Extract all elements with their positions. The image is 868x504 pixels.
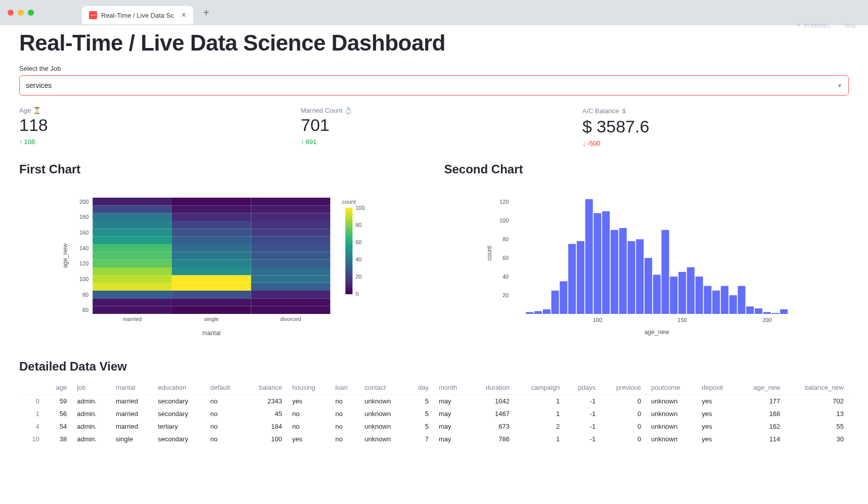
svg-rect-135	[695, 277, 703, 314]
data-table[interactable]: agejobmaritaleducationdefaultbalancehous…	[19, 381, 849, 445]
table-header-cell[interactable]: job	[72, 381, 111, 395]
table-cell: 0	[601, 395, 646, 408]
table-cell: 786	[471, 433, 515, 445]
table-cell: may	[434, 395, 471, 408]
svg-rect-17	[251, 267, 331, 275]
window-maximize-icon[interactable]	[28, 10, 34, 16]
svg-rect-145	[780, 309, 788, 314]
table-cell: married	[111, 395, 153, 408]
table-header-cell[interactable]: contact	[359, 381, 407, 395]
table-cell: may	[434, 420, 471, 433]
svg-rect-142	[754, 308, 762, 314]
stop-button[interactable]: Stop	[844, 23, 856, 29]
table-row[interactable]: 1038admin.singlesecondaryno100yesnounkno…	[19, 433, 849, 445]
table-cell: yes	[697, 407, 737, 420]
table-cell: 114	[738, 433, 786, 445]
svg-rect-132	[670, 277, 677, 314]
table-header-cell[interactable]: duration	[471, 381, 515, 395]
table-header-cell[interactable]: day	[407, 381, 434, 395]
svg-rect-137	[712, 291, 720, 314]
svg-text:0: 0	[355, 291, 358, 297]
svg-rect-138	[720, 286, 728, 314]
table-header-cell[interactable]: age	[44, 381, 72, 395]
svg-rect-118	[551, 291, 559, 314]
tab-close-icon[interactable]: ×	[181, 11, 186, 20]
table-header-cell[interactable]: previous	[601, 381, 646, 395]
table-cell: 56	[44, 407, 72, 420]
table-cell: 4	[19, 420, 44, 433]
metric-value: 701	[301, 115, 567, 135]
table-row[interactable]: 454admin.marriedtertiaryno184nonounknown…	[19, 420, 849, 433]
table-cell: 7	[407, 433, 434, 445]
table-header-cell[interactable]: loan	[330, 381, 359, 395]
browser-tab[interactable]: 〰 Real-Time / Live Data Sc ×	[82, 6, 193, 24]
table-cell: no	[287, 407, 330, 420]
svg-rect-131	[661, 230, 669, 314]
svg-text:100: 100	[499, 217, 508, 223]
table-header-cell[interactable]: marital	[111, 381, 153, 395]
svg-rect-144	[771, 313, 779, 314]
window-close-icon[interactable]	[8, 10, 14, 16]
job-select-input[interactable]	[26, 81, 837, 89]
svg-rect-29	[251, 237, 331, 244]
svg-text:200: 200	[79, 199, 88, 205]
table-header-cell[interactable]: housing	[287, 381, 330, 395]
table-cell: 55	[785, 420, 849, 433]
table-title: Detailed Data View	[19, 359, 849, 374]
table-header-cell[interactable]: pdays	[565, 381, 601, 395]
svg-rect-33	[93, 221, 172, 228]
svg-rect-8	[251, 291, 331, 298]
table-cell: married	[111, 420, 153, 433]
svg-text:divorced: divorced	[280, 316, 301, 322]
svg-rect-3	[93, 298, 172, 306]
table-header-cell[interactable]: balance_new	[785, 381, 849, 395]
svg-text:100: 100	[79, 276, 88, 282]
table-header-cell[interactable]: campaign	[515, 381, 565, 395]
table-cell: secondary	[153, 433, 205, 445]
svg-rect-24	[93, 244, 172, 252]
svg-text:60: 60	[502, 255, 509, 261]
table-row[interactable]: 156admin.marriedsecondaryno45nonounknown…	[19, 407, 849, 420]
table-cell: no	[205, 407, 244, 420]
new-tab-button[interactable]: +	[203, 7, 209, 19]
job-select[interactable]: ▼	[19, 75, 849, 96]
metrics-row: Age ⏳ 118 ↑ 108 Married Count 💍 701 ↑ 69…	[19, 107, 849, 147]
metric-value: 118	[19, 115, 286, 135]
table-header-cell[interactable]: education	[153, 381, 205, 395]
table-header-cell[interactable]: deposit	[697, 381, 737, 395]
table-cell: 184	[244, 420, 287, 433]
table-header-cell[interactable]: poutcome	[646, 381, 697, 395]
metric-delta: ↑ 108	[19, 138, 286, 146]
table-row[interactable]: 059admin.marriedsecondaryno2343yesnounkn…	[19, 395, 849, 408]
table-header-row: agejobmaritaleducationdefaultbalancehous…	[19, 381, 849, 395]
svg-text:count: count	[486, 246, 493, 261]
svg-text:age_new: age_new	[644, 329, 669, 336]
table-cell: no	[330, 433, 359, 445]
window-minimize-icon[interactable]	[18, 10, 24, 16]
table-cell: no	[330, 420, 359, 433]
table-cell: no	[205, 420, 244, 433]
svg-rect-127	[627, 241, 635, 314]
svg-rect-28	[172, 237, 251, 244]
svg-rect-13	[172, 275, 251, 283]
table-header-cell[interactable]: default	[205, 381, 244, 395]
svg-rect-19	[172, 260, 251, 267]
svg-rect-134	[687, 267, 694, 314]
svg-text:age_new: age_new	[62, 243, 69, 268]
table-header-cell[interactable]	[19, 381, 44, 395]
table-cell: admin.	[72, 420, 111, 433]
table-cell: 0	[601, 407, 646, 420]
table-cell: 1042	[471, 395, 515, 408]
table-cell: 13	[785, 407, 849, 420]
table-header-cell[interactable]: month	[434, 381, 471, 395]
table-cell: 5	[407, 407, 434, 420]
svg-rect-15	[93, 267, 172, 275]
svg-rect-35	[251, 221, 331, 228]
table-cell: 45	[244, 407, 287, 420]
table-cell: 2343	[244, 395, 287, 408]
table-header-cell[interactable]: age_new	[738, 381, 786, 395]
table-cell: unknown	[359, 433, 407, 445]
chart-2: Second Chart 20406080100120100150200coun…	[444, 162, 849, 341]
svg-rect-23	[251, 252, 331, 259]
table-header-cell[interactable]: balance	[244, 381, 287, 395]
